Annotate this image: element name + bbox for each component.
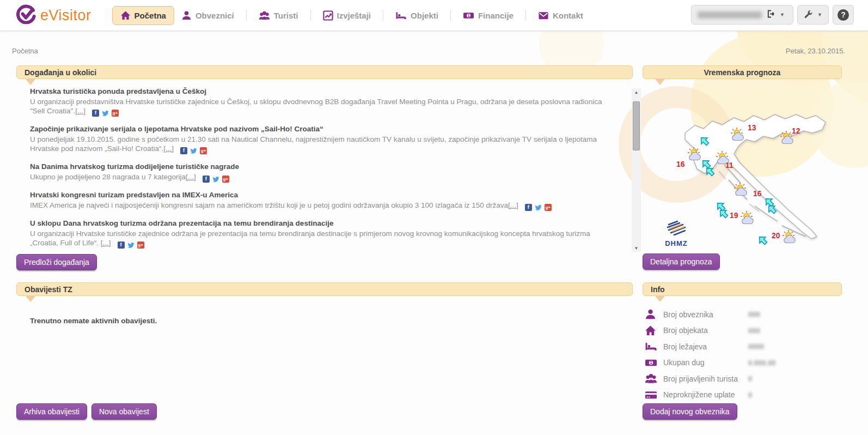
twitter-icon[interactable] — [102, 110, 109, 117]
events-panel-header: Događanja u okolici — [16, 65, 633, 79]
scrollbar-thumb[interactable] — [633, 101, 640, 150]
temperature-label: 11 — [725, 161, 733, 170]
notices-empty-message: Trenutno nemate aktivnih obavijesti. — [30, 317, 157, 325]
info-row-value: 8888 — [748, 342, 764, 351]
card-icon — [645, 389, 663, 401]
wind-arrow-icon — [699, 136, 710, 148]
tools-menu-button[interactable]: ▼ — [797, 5, 829, 25]
twitter-icon[interactable] — [212, 176, 219, 183]
nav-divider — [525, 10, 526, 21]
googleplus-icon[interactable]: g+ — [222, 176, 229, 183]
banknote-icon: 1 — [463, 10, 474, 21]
weather-map: 13 12 16 11 16 19 20 DHMZ — [643, 83, 842, 252]
read-more-link[interactable]: [...] — [186, 173, 196, 181]
nav-item-label: Izvještaji — [337, 11, 371, 20]
googleplus-icon[interactable]: g+ — [112, 110, 119, 117]
facebook-icon[interactable]: f — [118, 241, 125, 249]
twitter-icon[interactable] — [190, 147, 197, 154]
info-row-value: 888 — [748, 310, 760, 318]
detailed-forecast-button[interactable]: Detaljna prognoza — [643, 253, 720, 270]
nav-item-label: Početna — [135, 11, 166, 20]
read-more-link[interactable]: [...] — [75, 107, 85, 115]
info-row-label: Broj ležajeva — [663, 342, 748, 351]
new-notice-button[interactable]: Nova obavijest — [91, 403, 157, 420]
nav-divider — [246, 10, 247, 21]
sun-cloud-icon — [739, 210, 759, 227]
info-row-value: 8 — [748, 391, 752, 399]
news-body: IMEX America je najveći i najposjećeniji… — [30, 201, 508, 209]
scroll-up-arrow[interactable]: ▲ — [632, 88, 641, 96]
notice-archive-button[interactable]: Arhiva obavijesti — [16, 403, 87, 420]
user-name-obscured — [698, 11, 762, 19]
read-more-link[interactable]: [...] — [101, 239, 111, 247]
notices-panel-title: Obavijesti TZ — [25, 285, 72, 294]
info-stats: Broj obveznika 888 Broj objekata 888 Bro… — [645, 306, 842, 403]
facebook-icon[interactable]: f — [525, 204, 532, 211]
home-icon — [120, 10, 131, 21]
facebook-icon[interactable]: f — [203, 176, 210, 183]
info-panel-title: Info — [651, 285, 665, 294]
add-new-obligor-button[interactable]: Dodaj novog obveznika — [643, 403, 737, 420]
breadcrumb: Početna — [12, 47, 38, 55]
news-title: Započinje prikazivanje serijala o ljepot… — [30, 125, 617, 133]
home-icon — [645, 325, 663, 336]
list-item: Započinje prikazivanje serijala o ljepot… — [30, 125, 617, 154]
news-body: U ponedjeljak 19.10.2015. godine s počet… — [30, 135, 597, 153]
sun-cloud-icon — [730, 127, 749, 143]
events-panel-title: Događanja u okolici — [25, 68, 96, 77]
news-body: U organizaciji Hrvatske turističke zajed… — [30, 229, 590, 247]
help-button[interactable]: ? — [833, 5, 854, 25]
sun-cloud-icon — [781, 229, 801, 246]
googleplus-icon[interactable]: g+ — [545, 204, 552, 211]
nav-item-objekti[interactable]: Objekti — [388, 7, 445, 25]
nav-item-izvjestaji[interactable]: Izvještaji — [316, 7, 378, 25]
user-menu-button[interactable]: ▼ — [691, 5, 793, 25]
group-icon — [259, 10, 270, 21]
nav-item-obveznici[interactable]: Obveznici — [174, 7, 241, 25]
read-more-link[interactable]: [...] — [508, 201, 518, 209]
wind-arrow-icon — [757, 235, 768, 247]
events-scrollbar[interactable]: ▲ ▼ — [632, 88, 641, 252]
chevron-down-icon: ▼ — [780, 12, 785, 17]
dhmz-logo: DHMZ — [664, 220, 688, 247]
nav-item-turisti[interactable]: Turisti — [252, 7, 305, 25]
googleplus-icon[interactable]: g+ — [137, 241, 144, 249]
evisitor-logo[interactable]: eVisitor — [16, 4, 91, 26]
info-row: Neproknjižene uplate 8 — [645, 387, 842, 403]
panel-pointer — [655, 296, 665, 302]
envelope-icon — [538, 10, 549, 21]
info-row-label: Broj objekata — [663, 326, 748, 335]
info-row: Broj objekata 888 — [645, 323, 842, 339]
googleplus-icon[interactable]: g+ — [200, 147, 207, 154]
info-row-label: Ukupan dug — [663, 358, 748, 367]
wrench-icon — [804, 9, 813, 21]
list-item: Hrvatski kongresni turizam predstavljen … — [30, 191, 617, 211]
scroll-down-arrow[interactable]: ▼ — [632, 244, 641, 252]
nav-item-kontakt[interactable]: Kontakt — [531, 7, 590, 25]
top-right-controls: ▼ ▼ ? — [691, 5, 854, 25]
info-row: 1 Ukupan dug 8.888,88 — [645, 355, 842, 371]
nav-item-financije[interactable]: 1 Financije — [456, 7, 521, 25]
list-item: Hrvatska turistička ponuda predstavljena… — [30, 87, 617, 117]
facebook-icon[interactable]: f — [92, 110, 99, 117]
nav-item-label: Kontakt — [553, 11, 583, 20]
nav-item-pocetna[interactable]: Početna — [112, 6, 174, 25]
news-title: U sklopu Dana hrvatskog turizma održana … — [30, 219, 617, 227]
weather-panel-header: Vremenska prognoza — [643, 65, 842, 79]
news-title: Hrvatska turistička ponuda predstavljena… — [30, 87, 617, 95]
facebook-icon[interactable]: f — [180, 147, 187, 154]
info-row-label: Broj obveznika — [663, 310, 748, 319]
dhmz-label: DHMZ — [664, 239, 688, 247]
info-row: Broj obveznika 888 — [645, 306, 842, 323]
wind-arrow-icon — [718, 208, 729, 221]
nav-item-label: Financije — [478, 11, 514, 20]
twitter-icon[interactable] — [127, 241, 135, 249]
read-more-link[interactable]: [...] — [163, 144, 174, 153]
news-body: Ukupno je podijeljeno 28 nagrada u 7 kat… — [30, 173, 186, 181]
suggest-events-button[interactable]: Predloži događanja — [16, 254, 97, 270]
person-icon — [645, 309, 663, 320]
twitter-icon[interactable] — [535, 204, 542, 211]
temperature-label: 19 — [730, 211, 738, 220]
list-item: Na Danima hrvatskog turizma dodijeljene … — [30, 162, 617, 183]
events-list: Hrvatska turistička ponuda predstavljena… — [30, 87, 617, 252]
